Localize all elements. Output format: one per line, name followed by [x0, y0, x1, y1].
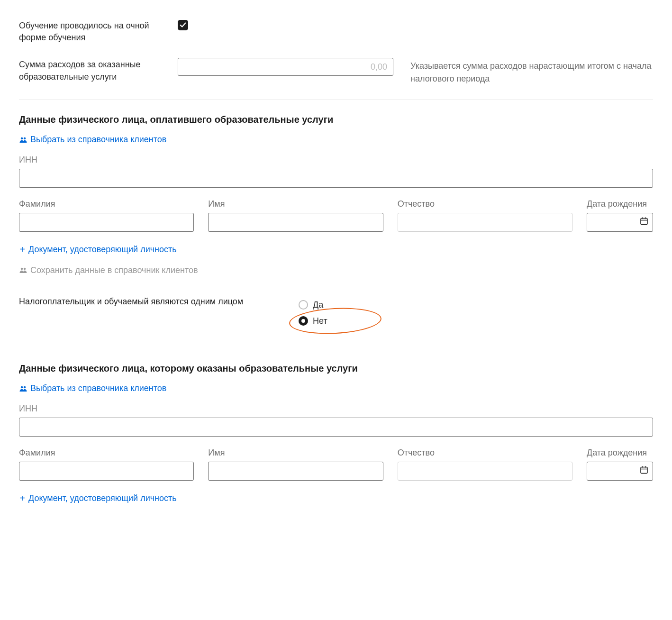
payer-inn-label: ИНН: [19, 155, 653, 165]
payer-middlename-label: Отчество: [398, 199, 572, 209]
student-pick-link-text: Выбрать из справочника клиентов: [30, 383, 166, 393]
plus-icon: +: [19, 244, 26, 255]
sum-input[interactable]: [178, 58, 393, 76]
student-dob-input[interactable]: [587, 462, 653, 481]
radio-icon: [299, 300, 308, 310]
student-section-title: Данные физического лица, которому оказан…: [19, 363, 653, 374]
payer-save-link-text: Сохранить данные в справочник клиентов: [30, 265, 198, 275]
check-icon: [180, 22, 186, 28]
payer-save-link: Сохранить данные в справочник клиентов: [19, 265, 198, 275]
people-icon: [19, 137, 27, 143]
sum-hint: Указывается сумма расходов нарастающим и…: [393, 58, 653, 85]
payer-lastname-label: Фамилия: [19, 199, 194, 209]
radio-no-text: Нет: [313, 316, 327, 326]
payer-dob-label: Дата рождения: [587, 199, 653, 209]
same-person-no[interactable]: Нет: [299, 315, 327, 327]
radio-yes-text: Да: [313, 300, 323, 310]
student-firstname-label: Имя: [208, 448, 383, 458]
fulltime-label: Обучение проводилось на очной форме обуч…: [19, 19, 178, 44]
student-pick-link[interactable]: Выбрать из справочника клиентов: [19, 383, 166, 393]
fulltime-checkbox[interactable]: [178, 20, 188, 30]
student-dob-label: Дата рождения: [587, 448, 653, 458]
student-add-doc-link[interactable]: + Документ, удостоверяющий личность: [19, 493, 177, 504]
payer-firstname-label: Имя: [208, 199, 383, 209]
payer-section-title: Данные физического лица, оплатившего обр…: [19, 114, 653, 125]
payer-dob-input[interactable]: [587, 213, 653, 232]
payer-pick-link-text: Выбрать из справочника клиентов: [30, 135, 166, 145]
plus-icon: +: [19, 493, 26, 504]
svg-point-9: [24, 386, 26, 389]
svg-point-1: [24, 137, 26, 140]
payer-pick-link[interactable]: Выбрать из справочника клиентов: [19, 135, 166, 145]
student-middlename-label: Отчество: [398, 448, 572, 458]
payer-middlename-input[interactable]: [398, 213, 572, 232]
people-icon: [19, 385, 27, 392]
student-firstname-input[interactable]: [208, 462, 383, 481]
payer-add-doc-text: Документ, удостоверяющий личность: [28, 245, 177, 255]
student-add-doc-text: Документ, удостоверяющий личность: [28, 493, 177, 503]
svg-point-8: [21, 386, 23, 389]
student-inn-input[interactable]: [19, 418, 653, 437]
sum-label: Сумма расходов за оказанные образователь…: [19, 58, 178, 82]
same-person-yes[interactable]: Да: [299, 299, 327, 311]
svg-point-0: [21, 137, 23, 140]
divider: [19, 100, 653, 100]
svg-point-6: [21, 268, 23, 270]
student-inn-label: ИНН: [19, 404, 653, 414]
same-person-question: Налогоплательщик и обучаемый являются од…: [19, 295, 289, 307]
payer-lastname-input[interactable]: [19, 213, 194, 232]
svg-point-7: [24, 268, 26, 270]
payer-firstname-input[interactable]: [208, 213, 383, 232]
radio-icon: [299, 316, 308, 326]
student-lastname-input[interactable]: [19, 462, 194, 481]
payer-add-doc-link[interactable]: + Документ, удостоверяющий личность: [19, 244, 177, 255]
student-middlename-input[interactable]: [398, 462, 572, 481]
student-lastname-label: Фамилия: [19, 448, 194, 458]
payer-inn-input[interactable]: [19, 169, 653, 188]
people-icon: [19, 267, 27, 274]
